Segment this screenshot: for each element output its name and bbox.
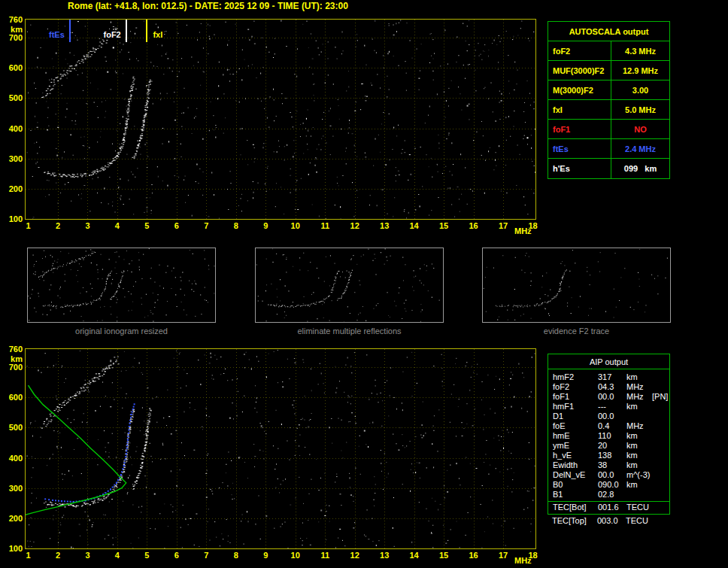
- x-tick-label: 16: [469, 551, 478, 560]
- aip-row-label: foE: [548, 421, 598, 431]
- aip-row-label: DelN_vE: [548, 470, 598, 480]
- thumbnail-eliminate-reflections: [255, 248, 444, 323]
- x-tick-label: 9: [263, 221, 268, 230]
- aip-row-tec-top: TEC[Top]003.0TECU: [548, 516, 670, 526]
- aip-row-label: foF1: [548, 392, 598, 402]
- y-tick-label: 600: [2, 64, 23, 72]
- y-tick-label: 200: [2, 515, 23, 523]
- x-axis-unit: MHz: [514, 556, 532, 565]
- foF2-marker-label: foF2: [102, 30, 123, 39]
- ftEs-marker-label: ftEs: [47, 30, 66, 39]
- aip-row-unit: km: [626, 402, 652, 412]
- thumbnail-caption-evidence: evidence F2 trace: [482, 327, 671, 336]
- top-ionogram-canvas: [26, 20, 535, 219]
- x-tick-label: 17: [499, 221, 508, 230]
- autoscala-row-m-3000-f2: M(3000)F23.00: [548, 80, 669, 100]
- y-tick-label: 500: [2, 424, 23, 432]
- bottom-ionogram-plot: [25, 348, 536, 549]
- aip-row-fof2: foF204.3MHz: [548, 382, 669, 392]
- aip-row-fof1: foF100.0MHz[PN]: [548, 392, 669, 402]
- aip-row-hmf1: hmF1---km: [548, 402, 669, 412]
- x-tick-label: 2: [56, 221, 60, 230]
- x-tick-label: 14: [409, 551, 418, 560]
- x-tick-label: 12: [350, 551, 359, 560]
- thumbnail-evidence-f2: [482, 248, 671, 323]
- thumbnail-eliminate-canvas: [256, 248, 443, 322]
- y-tick-label: 400: [2, 454, 23, 463]
- aip-row-value: 20: [598, 441, 626, 451]
- aip-row-unit: MHz: [626, 392, 652, 402]
- autoscala-row-fof1: foF1NO: [548, 120, 669, 139]
- x-tick-label: 16: [469, 221, 478, 230]
- aip-row-label: hmF2: [548, 372, 598, 382]
- x-tick-label: 4: [115, 551, 120, 560]
- x-tick-label: 2: [56, 551, 60, 560]
- y-tick-label: 400: [2, 125, 23, 133]
- autoscala-row-value: NO: [611, 120, 669, 138]
- top-ionogram-plot: [25, 19, 536, 220]
- x-tick-label: 6: [174, 221, 179, 230]
- aip-row-label: Ewidth: [548, 460, 598, 470]
- x-tick-label: 9: [263, 551, 268, 560]
- aip-row-value: 0.4: [598, 421, 626, 431]
- x-tick-label: 14: [409, 221, 418, 230]
- aip-row-label: B1: [548, 490, 598, 500]
- autoscala-row-fxi: fxI5.0 MHz: [548, 100, 669, 120]
- aip-row-value: 00.0: [598, 470, 626, 480]
- x-tick-label: 10: [291, 221, 300, 230]
- aip-row-label: hmE: [548, 431, 598, 441]
- aip-row-h-ve: h_vE138km: [548, 451, 669, 460]
- y-axis-unit: km: [2, 26, 23, 34]
- aip-row-unit: km: [626, 451, 652, 460]
- y-tick-label: 760: [2, 345, 23, 354]
- aip-row-deln-ve: DelN_vE00.0m^(-3): [548, 470, 669, 480]
- x-tick-label: 1: [26, 221, 30, 230]
- y-tick-label: 200: [2, 185, 23, 193]
- x-tick-label: 5: [144, 551, 149, 560]
- autoscala-window: Rome (lat: +41.8, lon: 012.5) - DATE: 20…: [0, 0, 728, 568]
- autoscala-row-value: 3.00: [611, 80, 669, 99]
- autoscala-table-rows: foF24.3 MHzMUF(3000)F212.9 MHzM(3000)F23…: [548, 41, 669, 178]
- autoscala-row-label: M(3000)F2: [548, 80, 611, 99]
- x-tick-label: 5: [144, 221, 149, 230]
- thumbnail-original-ionogram: [27, 248, 216, 323]
- y-tick-label: 500: [2, 94, 23, 102]
- y-tick-label: 300: [2, 155, 23, 163]
- x-tick-label: 3: [85, 551, 89, 560]
- aip-table-header: AIP output: [548, 354, 669, 369]
- autoscala-row-label: ftEs: [548, 139, 611, 158]
- aip-row-unit: km: [626, 372, 652, 382]
- thumbnail-caption-eliminate: eliminate multiple reflections: [255, 327, 444, 336]
- aip-row-foe: foE0.4MHz: [548, 421, 669, 431]
- aip-row-label: TEC[Top]: [548, 516, 597, 526]
- x-tick-label: 11: [320, 551, 329, 560]
- y-tick-label: 100: [2, 545, 23, 553]
- aip-row-unit: MHz: [626, 382, 652, 392]
- x-tick-label: 8: [234, 221, 238, 230]
- y-axis-unit: km: [2, 355, 23, 363]
- aip-row-d1: D100.0: [548, 412, 669, 421]
- aip-row-ewidth: Ewidth38km: [548, 460, 669, 470]
- x-tick-label: 8: [234, 551, 238, 560]
- autoscala-row-value: 2.4 MHz: [611, 139, 669, 158]
- autoscala-row-h-es: h'Es099 km: [548, 159, 669, 178]
- aip-row-label: hmF1: [548, 402, 598, 412]
- x-tick-label: 15: [439, 551, 448, 560]
- autoscala-row-label: MUF(3000)F2: [548, 61, 611, 80]
- aip-row-b0: B0090.0km: [548, 480, 669, 490]
- aip-row-value: ---: [598, 402, 626, 412]
- aip-row-unit: [626, 412, 652, 421]
- bottom-ionogram-canvas: [26, 349, 535, 548]
- aip-row-value: 00.0: [598, 412, 626, 421]
- aip-row-note: [PN]: [652, 392, 669, 402]
- x-tick-label: 12: [350, 221, 359, 230]
- aip-row-tec-bot: TEC[Bot]001.6TECU: [548, 501, 669, 512]
- x-tick-label: 15: [439, 221, 448, 230]
- y-tick-label: 700: [2, 34, 23, 42]
- autoscala-row-muf-3000-f2: MUF(3000)F212.9 MHz: [548, 61, 669, 80]
- autoscala-row-label: h'Es: [548, 159, 611, 178]
- x-tick-label: 13: [380, 221, 389, 230]
- autoscala-row-value: 12.9 MHz: [611, 61, 669, 80]
- aip-row-value: 003.0: [597, 516, 626, 526]
- x-tick-label: 7: [204, 551, 208, 560]
